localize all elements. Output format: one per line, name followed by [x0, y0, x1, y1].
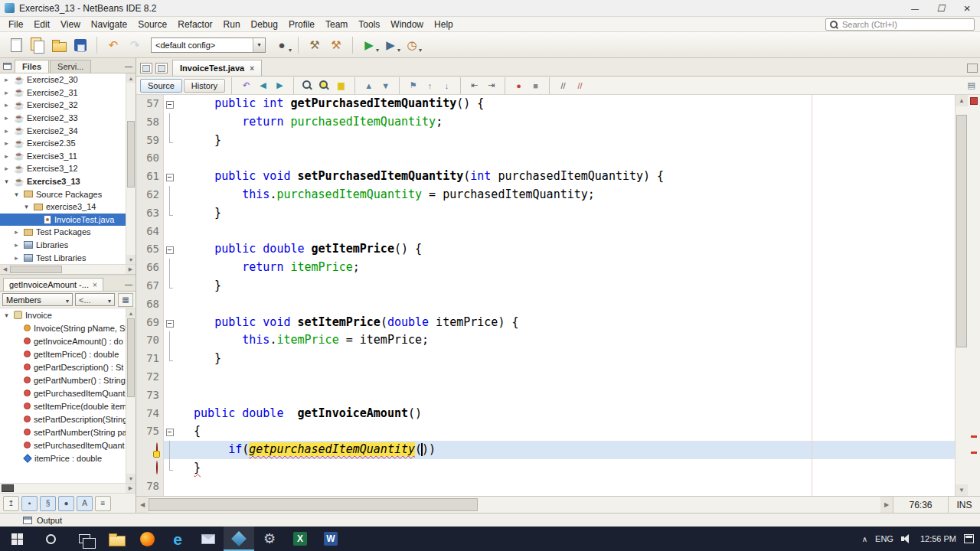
- code-fold-toggle-icon[interactable]: [164, 422, 176, 441]
- code-line-65[interactable]: 65 public double getItemPrice() {: [136, 240, 955, 259]
- volume-icon[interactable]: [901, 534, 913, 543]
- maximize-button[interactable]: [928, 0, 954, 17]
- code-line-66[interactable]: 66 return itemPrice;: [136, 259, 955, 277]
- expand-toggle-icon[interactable]: [12, 228, 21, 236]
- history-view-button[interactable]: History: [184, 79, 225, 93]
- scroll-left-icon[interactable]: [0, 265, 10, 274]
- scroll-left-icon[interactable]: [136, 497, 149, 513]
- line-number[interactable]: 63: [136, 204, 164, 223]
- scroll-right-icon[interactable]: [126, 484, 136, 493]
- run-project-button[interactable]: ▶: [359, 35, 379, 55]
- line-number[interactable]: 57: [136, 95, 164, 113]
- line-number[interactable]: 78: [136, 478, 164, 496]
- navigator-view-select[interactable]: Members: [2, 293, 73, 306]
- close-icon[interactable]: [250, 64, 254, 73]
- code-line-75[interactable]: 75 {: [136, 422, 955, 441]
- member-item-setpartdescription-string[interactable]: setPartDescription(String: [0, 412, 126, 425]
- tree-item-exercise2-30[interactable]: Exercise2_30: [0, 73, 126, 86]
- mail-icon[interactable]: [193, 527, 224, 551]
- menu-refactor[interactable]: Refactor: [172, 18, 217, 31]
- editor-vertical-scrollbar[interactable]: [955, 95, 968, 496]
- expand-toggle-icon[interactable]: [2, 311, 11, 319]
- navigator-settings-button[interactable]: [118, 293, 133, 307]
- sort-by-source-button[interactable]: ≡: [95, 496, 111, 511]
- navigator-tab[interactable]: getInvoiceAmount -...: [3, 278, 103, 291]
- line-number[interactable]: 70: [136, 331, 164, 350]
- scroll-up-icon[interactable]: [956, 95, 968, 106]
- line-number[interactable]: 68: [136, 295, 164, 314]
- word-icon[interactable]: [315, 527, 346, 551]
- menu-window[interactable]: Window: [385, 18, 429, 31]
- document-list-icon[interactable]: [140, 63, 152, 73]
- line-number[interactable]: 62: [136, 186, 164, 204]
- line-number[interactable]: 71: [136, 350, 164, 368]
- tree-item-invoicetest-java[interactable]: InvoiceTest.java: [0, 214, 126, 227]
- menu-file[interactable]: File: [3, 18, 28, 31]
- clean-build-project-button[interactable]: ⚒: [326, 35, 346, 55]
- line-number[interactable]: 66: [136, 259, 164, 277]
- member-item-invoice[interactable]: Invoice: [0, 308, 126, 321]
- line-number[interactable]: 65: [136, 240, 164, 259]
- tree-item-test-libraries[interactable]: Test Libraries: [0, 251, 126, 264]
- member-item-setpurchaseditemquant[interactable]: setPurchasedItemQuant: [0, 439, 126, 452]
- editor-toolbar-options-icon[interactable]: [968, 80, 975, 90]
- close-button[interactable]: [954, 0, 980, 17]
- scroll-down-icon[interactable]: [126, 474, 136, 483]
- scrollbar-track[interactable]: [149, 497, 880, 513]
- start-button[interactable]: [0, 527, 34, 551]
- code-line-67[interactable]: 67 }: [136, 277, 955, 295]
- menu-edit[interactable]: Edit: [28, 18, 55, 31]
- edge-icon[interactable]: [162, 527, 193, 551]
- language-indicator[interactable]: ENG: [875, 534, 893, 543]
- hidden-icons-chevron-icon[interactable]: [862, 533, 867, 544]
- gutter-error-cell[interactable]: [136, 459, 164, 478]
- config-select[interactable]: <default config>: [151, 37, 266, 53]
- menu-team[interactable]: Team: [320, 18, 353, 31]
- line-number[interactable]: 60: [136, 149, 164, 168]
- tree-item-libraries[interactable]: Libraries: [0, 239, 126, 252]
- line-number[interactable]: 69: [136, 314, 164, 332]
- member-item-getinvoiceamount-do[interactable]: getInvoiceAmount() : do: [0, 334, 126, 347]
- member-item-setpartnumber-string-pa[interactable]: setPartNumber(String pa: [0, 425, 126, 439]
- member-item-itemprice-double[interactable]: itemPrice : double: [0, 452, 126, 465]
- scroll-right-icon[interactable]: [126, 265, 136, 274]
- comment-button[interactable]: //: [555, 78, 571, 93]
- code-line-77[interactable]: }: [136, 459, 955, 478]
- code-line-60[interactable]: 60: [136, 149, 955, 168]
- member-item-getpartdescription-st[interactable]: getPartDescription() : St: [0, 360, 126, 373]
- expand-toggle-icon[interactable]: [22, 203, 31, 210]
- expand-toggle-icon[interactable]: [2, 101, 11, 109]
- line-number[interactable]: 73: [136, 386, 164, 405]
- code-line-70[interactable]: 70 this.itemPrice = itemPrice;: [136, 331, 955, 350]
- quick-search-box[interactable]: Search (Ctrl+I): [825, 18, 975, 31]
- scroll-up-icon[interactable]: [126, 308, 136, 318]
- toggle-bookmark-button[interactable]: ⚑: [405, 78, 421, 93]
- gutter-error-cell[interactable]: [136, 441, 164, 459]
- line-number[interactable]: 59: [136, 132, 164, 150]
- previous-occurrence-button[interactable]: ▲: [361, 78, 377, 93]
- menu-source[interactable]: Source: [132, 18, 172, 31]
- scroll-right-icon[interactable]: [880, 497, 893, 513]
- navigator-members-panel[interactable]: InvoiceInvoice(String pName, StgetInvoic…: [0, 308, 136, 483]
- split-document-icon[interactable]: [155, 63, 168, 73]
- next-occurrence-button[interactable]: ▼: [377, 78, 394, 93]
- expand-toggle-icon[interactable]: [2, 89, 11, 96]
- error-stripe[interactable]: [968, 95, 980, 496]
- expand-toggle-icon[interactable]: [2, 76, 11, 83]
- expand-toggle-icon[interactable]: [2, 178, 11, 185]
- member-item-invoice-string-pname-st[interactable]: Invoice(String pName, St: [0, 321, 126, 334]
- menu-navigate[interactable]: Navigate: [86, 18, 132, 31]
- show-static-members-button[interactable]: §: [40, 496, 56, 511]
- expand-toggle-icon[interactable]: [2, 165, 11, 172]
- find-occurrences-button[interactable]: [316, 78, 332, 93]
- code-editor[interactable]: 57 public int getPurchasedItemQuantity()…: [136, 95, 980, 496]
- expand-toggle-icon[interactable]: [2, 127, 11, 135]
- expand-toggle-icon[interactable]: [2, 152, 11, 160]
- minimize-group-icon[interactable]: [125, 280, 132, 289]
- stop-macro-recording-button[interactable]: ■: [528, 78, 544, 93]
- tree-item-exercise3-11[interactable]: Exercise3_11: [0, 150, 126, 163]
- action-center-icon[interactable]: [964, 534, 974, 543]
- menu-run[interactable]: Run: [218, 18, 246, 31]
- firefox-icon[interactable]: [132, 527, 162, 551]
- last-edit-position-button[interactable]: ↶: [238, 78, 254, 93]
